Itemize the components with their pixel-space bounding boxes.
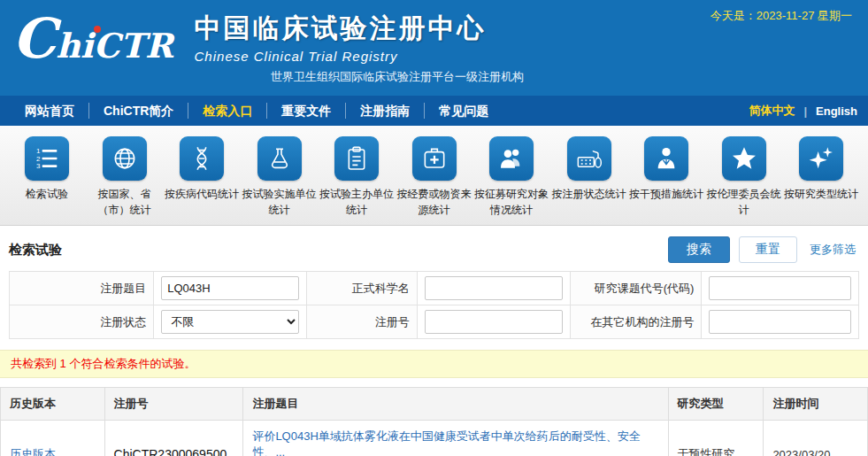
- quick-stats-bar: 123 检索试验 按国家、省（市）统计 按疾病代码统计 按试验实施单位统计: [0, 126, 868, 226]
- stat-by-disease-code[interactable]: 按疾病代码统计: [164, 136, 240, 218]
- chictr-logo: ChiCTR: [12, 12, 182, 66]
- clipboard-icon: [334, 136, 379, 181]
- history-version-link[interactable]: 历史版本: [10, 447, 56, 456]
- svg-text:1: 1: [36, 147, 41, 155]
- search-button[interactable]: 搜索: [668, 236, 730, 263]
- reg-number-label: 注册号: [306, 305, 417, 339]
- logo-text: ChiCTR: [12, 26, 173, 66]
- more-filters-link[interactable]: 更多筛选: [810, 242, 856, 258]
- nav-item-about[interactable]: ChiCTR简介: [88, 103, 188, 119]
- nav-item-faq[interactable]: 常见问题: [424, 103, 503, 119]
- stat-by-recruitment-status[interactable]: 按征募研究对象情况统计: [473, 136, 549, 218]
- doctor-icon: [644, 136, 688, 181]
- svg-text:3: 3: [36, 162, 41, 170]
- scientific-name-input[interactable]: [425, 276, 563, 300]
- site-titles: 中国临床试验注册中心 Chinese Clinical Trial Regist…: [195, 11, 487, 66]
- results-header-row: 历史版本 注册号 注册题目 研究类型 注册时间: [1, 388, 868, 421]
- result-count-notice: 共检索到 1 个符合检索条件的试验。: [0, 350, 868, 378]
- stat-by-intervention[interactable]: 按干预措施统计: [628, 136, 704, 218]
- trial-title-link[interactable]: 评价LQ043H单域抗体雾化液在中国健康受试者中单次给药后的耐受性、安全性、..…: [252, 429, 640, 456]
- nav-item-guide[interactable]: 注册指南: [345, 103, 424, 119]
- scientific-name-label: 正式科学名: [306, 272, 417, 305]
- sparkles-icon: [799, 136, 843, 181]
- stat-search-trials[interactable]: 123 检索试验: [9, 136, 85, 218]
- col-study-type: 研究类型: [668, 388, 764, 421]
- reg-title-label: 注册题目: [10, 272, 154, 305]
- col-reg-number: 注册号: [104, 388, 243, 421]
- study-code-label: 研究课题代号(代码): [570, 272, 702, 305]
- nav-item-home[interactable]: 网站首页: [11, 103, 88, 119]
- stat-by-ethics-committee[interactable]: 按伦理委员会统计: [706, 136, 782, 218]
- lang-separator: |: [803, 104, 807, 118]
- lang-english[interactable]: English: [816, 104, 857, 118]
- logo-red-dot-icon: [94, 26, 101, 33]
- header: 今天是：2023-11-27 星期一 ChiCTR 中国临床试验注册中心 Chi…: [0, 0, 868, 96]
- list-123-icon: 123: [25, 136, 69, 181]
- other-reg-number-input[interactable]: [709, 310, 851, 334]
- first-aid-kit-icon: [412, 136, 457, 181]
- people-icon: [489, 136, 534, 181]
- main-nav: 网站首页 ChiCTR简介 检索入口 重要文件 注册指南 常见问题 简体中文 |…: [0, 96, 868, 126]
- reg-status-select[interactable]: 不限: [161, 310, 299, 334]
- reset-button[interactable]: 重置: [739, 236, 797, 263]
- star-icon: [722, 136, 766, 181]
- language-switch: 简体中文 | English: [749, 103, 857, 119]
- today-date: 今天是：2023-11-27 星期一: [711, 8, 852, 24]
- col-reg-date: 注册时间: [764, 388, 868, 421]
- study-code-input[interactable]: [709, 276, 851, 300]
- stat-by-sponsor-unit[interactable]: 按试验主办单位统计: [319, 136, 395, 218]
- col-reg-title: 注册题目: [243, 388, 668, 421]
- site-title-cn: 中国临床试验注册中心: [195, 11, 487, 47]
- stat-by-implementing-unit[interactable]: 按试验实施单位统计: [242, 136, 318, 218]
- nav-item-search-entry[interactable]: 检索入口: [188, 103, 266, 119]
- search-section: 检索试验 搜索 重置 更多筛选 注册题目 正式科学名 研究课题代号(代码): [0, 226, 868, 339]
- reg-status-label: 注册状态: [10, 305, 154, 339]
- flask-icon: [257, 136, 302, 181]
- stat-by-funding-source[interactable]: 按经费或物资来源统计: [396, 136, 472, 218]
- dna-icon: [180, 136, 224, 181]
- study-type-value: 干预性研究: [668, 421, 764, 456]
- reg-title-input[interactable]: [161, 276, 299, 300]
- search-actions: 搜索 重置 更多筛选: [668, 236, 859, 263]
- table-row: 历史版本 ChiCTR2300069500 评价LQ043H单域抗体雾化液在中国…: [1, 421, 868, 456]
- nav-item-documents[interactable]: 重要文件: [266, 103, 345, 119]
- chictr-page: 今天是：2023-11-27 星期一 ChiCTR 中国临床试验注册中心 Chi…: [0, 0, 868, 456]
- reg-date-value: 2023/03/20: [764, 421, 868, 456]
- reg-number-input[interactable]: [425, 310, 563, 334]
- stat-by-country-province[interactable]: 按国家、省（市）统计: [87, 136, 163, 218]
- stat-by-registration-status[interactable]: 按注册状态统计: [551, 136, 627, 218]
- globe-icon: [103, 136, 147, 181]
- svg-text:2: 2: [36, 155, 41, 163]
- registration-number: ChiCTR2300069500: [114, 447, 227, 456]
- search-header-row: 检索试验 搜索 重置 更多筛选: [0, 226, 868, 271]
- other-reg-number-label: 在其它机构的注册号: [570, 305, 702, 339]
- search-form-table: 注册题目 正式科学名 研究课题代号(代码) 注册状态 不限 注册号 在其它机构的…: [9, 271, 859, 339]
- col-history-version: 历史版本: [1, 388, 105, 421]
- site-title-en: Chinese Clinical Trial Registry: [195, 49, 487, 64]
- page-title: 检索试验: [9, 242, 62, 259]
- lang-simplified-chinese[interactable]: 简体中文: [749, 103, 795, 119]
- who-platform-subtitle: 世界卫生组织国际临床试验注册平台一级注册机构: [271, 69, 856, 85]
- keyboard-mouse-icon: [567, 136, 611, 181]
- stat-by-study-type[interactable]: 按研究类型统计: [783, 136, 859, 218]
- results-table: 历史版本 注册号 注册题目 研究类型 注册时间 历史版本 ChiCTR23000…: [0, 387, 868, 456]
